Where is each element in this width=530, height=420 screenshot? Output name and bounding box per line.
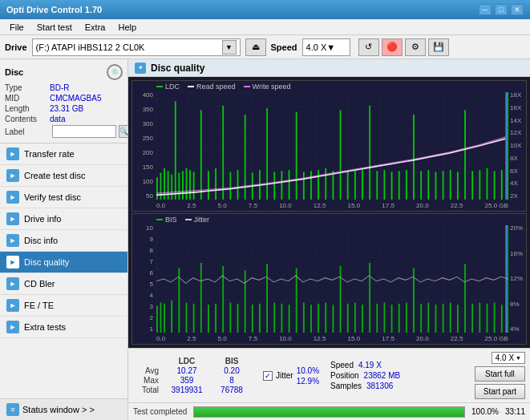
svg-rect-55 (507, 92, 508, 200)
bis-legend: BIS Jitter (156, 216, 209, 224)
svg-rect-85 (340, 266, 342, 333)
position-value: 23862 MB (364, 371, 401, 380)
svg-rect-60 (160, 302, 162, 333)
max-label: Max (133, 376, 162, 385)
sidebar-item-transfer-rate[interactable]: ► Transfer rate (0, 143, 127, 165)
svg-rect-74 (259, 304, 261, 333)
length-label: Length (5, 104, 50, 113)
contents-label: Contents (5, 115, 50, 123)
svg-rect-33 (347, 172, 349, 200)
menu-start-test[interactable]: Start test (30, 21, 79, 34)
drive-dropdown-arrow[interactable]: ▼ (222, 40, 237, 55)
svg-rect-32 (340, 110, 342, 200)
bis-x-labels: 0.0 2.5 5.0 7.5 10.0 12.5 15.0 17.5 20.0… (156, 335, 508, 342)
svg-rect-91 (384, 302, 386, 333)
svg-rect-25 (289, 170, 290, 200)
start-full-button[interactable]: Start full (475, 366, 525, 382)
svg-rect-103 (471, 304, 473, 333)
svg-rect-73 (252, 305, 253, 333)
svg-rect-66 (200, 263, 202, 333)
sidebar-item-verify-test-disc[interactable]: ► Verify test disc (0, 187, 127, 208)
disc-quality-icon: ► (6, 256, 19, 269)
svg-rect-67 (208, 305, 209, 333)
speed-select[interactable]: 4.0 X ▼ (302, 38, 350, 56)
disc-icon: 💿 (107, 64, 123, 80)
jitter-checkbox[interactable]: ✓ (263, 371, 273, 381)
svg-rect-15 (215, 168, 216, 200)
app-title: Opti Drive Control 1.70 (6, 5, 102, 14)
menu-bar: File Start test Extra Help (0, 19, 530, 35)
speed-dropdown[interactable]: 4.0 X ▼ (492, 352, 525, 364)
sidebar-item-fe-te[interactable]: ► FE / TE (0, 295, 127, 317)
menu-help[interactable]: Help (111, 21, 143, 34)
drive-value: (F:) ATAPI iHBS112 2 CL0K (36, 42, 222, 52)
speed-value: 4.0 X (306, 42, 327, 52)
svg-rect-99 (443, 304, 444, 333)
svg-rect-84 (333, 305, 334, 333)
write-speed-legend-label: Write speed (253, 83, 291, 91)
settings-button[interactable]: ⚙ (405, 38, 426, 56)
extra-tests-icon: ► (6, 321, 19, 333)
close-button[interactable]: ✕ (511, 4, 524, 15)
legend-read-speed: Read speed (188, 83, 236, 91)
svg-rect-56 (505, 92, 507, 200)
svg-rect-2 (156, 177, 158, 200)
svg-rect-81 (310, 305, 312, 333)
drive-bar: Drive (F:) ATAPI iHBS112 2 CL0K ▼ ⏏ Spee… (0, 35, 530, 59)
speed-dropdown-arrow: ▼ (516, 355, 521, 361)
sidebar-item-drive-info[interactable]: ► Drive info (0, 208, 127, 230)
sidebar-item-create-test-disc[interactable]: ► Create test disc (0, 165, 127, 187)
menu-file[interactable]: File (3, 21, 30, 34)
ldc-col-header: LDC (163, 357, 211, 365)
disc-title: Disc (5, 67, 23, 77)
start-part-button[interactable]: Start part (475, 384, 525, 399)
sidebar-item-cd-bler[interactable]: ► CD Bler (0, 273, 127, 295)
svg-rect-31 (333, 171, 334, 200)
max-bis: 8 (212, 376, 252, 385)
svg-rect-65 (193, 304, 195, 333)
legend-bis: BIS (156, 216, 177, 224)
svg-rect-13 (200, 110, 202, 200)
main-content: Disc 💿 Type BD-R MID CMCMAGBA5 Length 23… (0, 59, 530, 420)
sidebar-item-disc-quality[interactable]: ► Disc quality (0, 252, 127, 273)
svg-rect-30 (325, 168, 326, 200)
maximize-button[interactable]: □ (495, 4, 508, 15)
progress-area: Test completed 100.0% 33:11 (128, 402, 530, 420)
svg-rect-94 (406, 302, 407, 333)
sidebar-item-disc-info[interactable]: ► Disc info (0, 230, 127, 252)
speed-dropdown-value: 4.0 X (496, 353, 514, 362)
svg-rect-75 (266, 264, 268, 333)
svg-rect-106 (494, 302, 496, 333)
drive-info-label: Drive info (24, 214, 61, 224)
bis-legend-color (156, 219, 163, 220)
burn-button[interactable]: 🔴 (382, 38, 403, 56)
sidebar-item-extra-tests[interactable]: ► Extra tests (0, 317, 127, 338)
svg-rect-79 (296, 269, 297, 333)
save-button[interactable]: 💾 (428, 38, 449, 56)
transfer-rate-label: Transfer rate (24, 149, 75, 159)
refresh-button[interactable]: ↺ (358, 38, 379, 56)
svg-rect-48 (457, 172, 459, 200)
samples-row: Samples 381306 (330, 382, 400, 390)
bis-y-labels-right: 20% 16% 12% 8% 4% (508, 225, 526, 333)
jitter-values: 10.0% 12.9% (297, 366, 319, 386)
status-window-button[interactable]: ≡ Status window > > (0, 398, 127, 420)
transfer-rate-icon: ► (6, 147, 19, 160)
svg-rect-97 (427, 302, 429, 333)
svg-rect-38 (384, 170, 386, 200)
drive-eject-button[interactable]: ⏏ (245, 38, 266, 56)
svg-rect-8 (178, 173, 180, 200)
avg-label: Avg (133, 366, 162, 375)
drive-select[interactable]: (F:) ATAPI iHBS112 2 CL0K ▼ (32, 38, 241, 56)
minimize-button[interactable]: ─ (479, 4, 492, 15)
svg-rect-12 (193, 172, 195, 200)
svg-rect-92 (391, 305, 393, 333)
svg-rect-104 (479, 302, 480, 333)
ldc-chart: LDC Read speed Write speed 400 350 30 (131, 80, 527, 212)
label-input[interactable] (52, 125, 116, 138)
contents-value: data (50, 115, 65, 123)
jitter-max-val: 12.9% (297, 377, 319, 386)
disc-quality-label: Disc quality (24, 257, 69, 267)
menu-extra[interactable]: Extra (79, 21, 112, 34)
legend-jitter: Jitter (185, 216, 210, 224)
